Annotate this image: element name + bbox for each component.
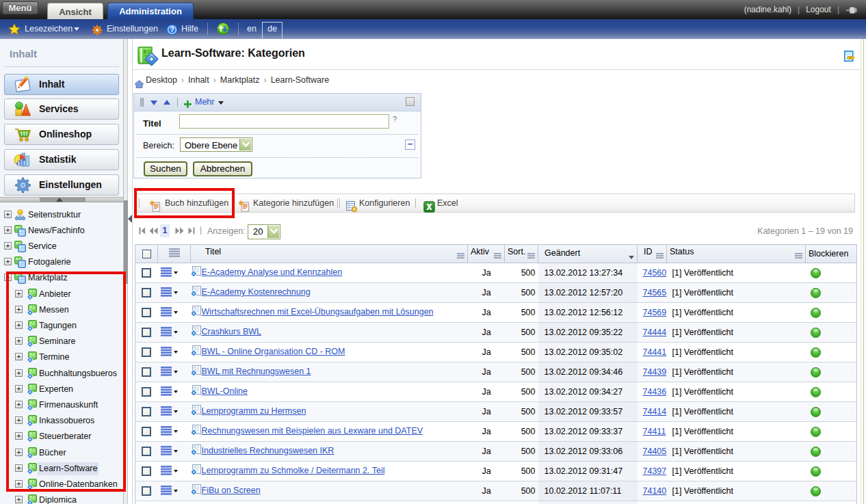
svg-text:?: ? bbox=[170, 26, 174, 34]
